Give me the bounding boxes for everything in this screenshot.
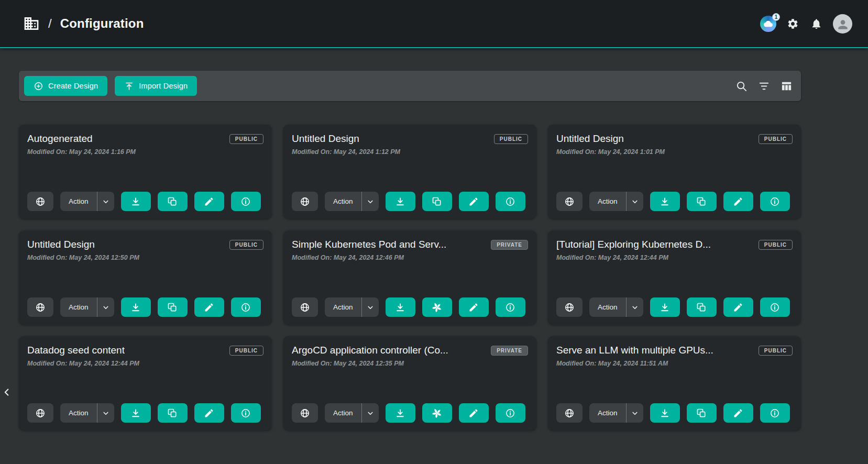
notifications-button[interactable] xyxy=(809,17,823,31)
visibility-globe-button[interactable] xyxy=(292,192,318,211)
info-icon xyxy=(505,302,515,313)
action-dropdown-button[interactable] xyxy=(97,403,114,423)
gear-icon xyxy=(787,18,799,30)
design-card: [Tutorial] Exploring Kubernetes D... PUB… xyxy=(548,230,801,325)
clone-button[interactable] xyxy=(158,192,188,211)
action-dropdown-button[interactable] xyxy=(626,297,643,317)
info-button[interactable] xyxy=(231,192,261,211)
card-header: [Tutorial] Exploring Kubernetes D... PUB… xyxy=(556,239,793,250)
globe-icon xyxy=(35,302,46,313)
action-button[interactable]: Action xyxy=(325,297,361,317)
download-button[interactable] xyxy=(650,403,680,423)
download-icon xyxy=(660,302,670,313)
action-dropdown-button[interactable] xyxy=(97,297,114,317)
cloud-extensions-button[interactable]: 1 xyxy=(760,16,776,32)
visibility-globe-button[interactable] xyxy=(556,403,583,423)
chevron-down-icon xyxy=(366,303,375,312)
clone-button[interactable] xyxy=(422,192,452,211)
design-spiral-button[interactable] xyxy=(422,403,452,423)
modified-on-text: Modified On: May 24, 2024 1:12 PM xyxy=(292,148,528,156)
action-button[interactable]: Action xyxy=(589,403,626,423)
edit-button[interactable] xyxy=(723,403,753,423)
create-design-button[interactable]: Create Design xyxy=(24,76,107,96)
modified-on-text: Modified On: May 24, 2024 12:44 PM xyxy=(556,254,793,261)
action-button[interactable]: Action xyxy=(589,192,626,211)
organization-logo-button[interactable] xyxy=(23,15,40,32)
action-dropdown-button[interactable] xyxy=(97,192,114,211)
info-button[interactable] xyxy=(760,297,790,317)
header-actions: 1 xyxy=(760,14,852,34)
download-button[interactable] xyxy=(386,297,415,317)
edit-button[interactable] xyxy=(459,297,489,317)
clone-button[interactable] xyxy=(158,403,188,423)
visibility-globe-button[interactable] xyxy=(27,192,53,211)
download-button[interactable] xyxy=(650,192,680,211)
info-button[interactable] xyxy=(496,297,525,317)
clone-icon xyxy=(167,302,178,313)
edit-button[interactable] xyxy=(723,297,753,317)
info-button[interactable] xyxy=(496,403,525,423)
clone-button[interactable] xyxy=(158,297,188,317)
pencil-icon xyxy=(204,408,214,418)
download-icon xyxy=(395,302,405,313)
download-button[interactable] xyxy=(386,403,415,423)
visibility-globe-button[interactable] xyxy=(556,192,583,211)
user-avatar[interactable] xyxy=(833,14,852,34)
action-dropdown-button[interactable] xyxy=(626,192,643,211)
edit-button[interactable] xyxy=(723,192,753,211)
info-icon xyxy=(770,408,780,418)
action-dropdown-button[interactable] xyxy=(626,403,643,423)
cloud-glyph-icon xyxy=(764,19,773,28)
info-button[interactable] xyxy=(760,403,790,423)
toolbar-right-icons xyxy=(734,79,794,93)
visibility-globe-button[interactable] xyxy=(27,297,53,317)
sidebar-collapse-button[interactable] xyxy=(0,384,14,400)
edit-button[interactable] xyxy=(459,403,489,423)
info-button[interactable] xyxy=(231,403,261,423)
search-button[interactable] xyxy=(734,79,749,93)
action-dropdown-button[interactable] xyxy=(361,192,379,211)
edit-button[interactable] xyxy=(194,192,224,211)
action-button[interactable]: Action xyxy=(60,192,97,211)
info-button[interactable] xyxy=(231,297,261,317)
clone-button[interactable] xyxy=(687,403,717,423)
edit-button[interactable] xyxy=(459,192,489,211)
card-actions: Action xyxy=(292,403,528,423)
download-button[interactable] xyxy=(121,192,151,211)
design-spiral-button[interactable] xyxy=(422,297,452,317)
action-button[interactable]: Action xyxy=(589,297,626,317)
action-button[interactable]: Action xyxy=(325,403,361,423)
chevron-down-icon xyxy=(366,408,375,418)
info-button[interactable] xyxy=(496,192,525,211)
clone-icon xyxy=(167,408,178,418)
filter-button[interactable] xyxy=(757,79,771,93)
design-title: Datadog seed content xyxy=(27,345,125,356)
edit-button[interactable] xyxy=(194,297,224,317)
action-dropdown-button[interactable] xyxy=(361,403,379,423)
visibility-badge: PUBLIC xyxy=(759,346,793,356)
download-button[interactable] xyxy=(386,192,415,211)
download-button[interactable] xyxy=(650,297,680,317)
import-design-button[interactable]: Import Design xyxy=(115,76,197,96)
design-card: Autogenerated PUBLIC Modified On: May 24… xyxy=(19,125,272,219)
visibility-globe-button[interactable] xyxy=(292,403,318,423)
chevron-down-icon xyxy=(630,408,640,418)
edit-button[interactable] xyxy=(194,403,224,423)
info-button[interactable] xyxy=(760,192,790,211)
download-button[interactable] xyxy=(121,403,151,423)
action-button[interactable]: Action xyxy=(60,297,97,317)
notification-count-badge: 1 xyxy=(772,13,780,21)
download-button[interactable] xyxy=(121,297,151,317)
pencil-icon xyxy=(468,408,479,418)
visibility-globe-button[interactable] xyxy=(556,297,583,317)
chevron-down-icon xyxy=(366,197,375,206)
visibility-globe-button[interactable] xyxy=(27,403,53,423)
action-button[interactable]: Action xyxy=(325,192,361,211)
settings-button[interactable] xyxy=(786,17,800,31)
visibility-globe-button[interactable] xyxy=(292,297,318,317)
clone-button[interactable] xyxy=(687,297,717,317)
clone-button[interactable] xyxy=(687,192,717,211)
view-columns-button[interactable] xyxy=(779,79,794,93)
action-dropdown-button[interactable] xyxy=(361,297,379,317)
action-button[interactable]: Action xyxy=(60,403,97,423)
